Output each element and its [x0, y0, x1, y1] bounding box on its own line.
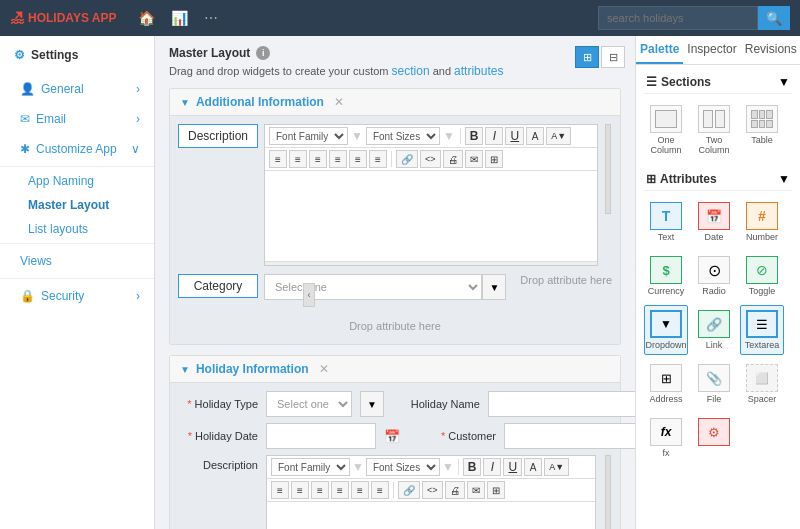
- palette-one-column[interactable]: One Column: [644, 100, 688, 160]
- rte-sep-2: [391, 151, 392, 167]
- sections-header[interactable]: ☰ Sections ▼: [644, 71, 792, 94]
- search-input[interactable]: [598, 6, 758, 30]
- color-bg-button[interactable]: A▼: [546, 127, 571, 145]
- bold-button[interactable]: B: [465, 127, 484, 145]
- list-view-button[interactable]: ⊟: [601, 46, 625, 68]
- holiday-table[interactable]: ⊞: [487, 481, 505, 499]
- section-remove-button[interactable]: ✕: [334, 95, 344, 109]
- category-select[interactable]: Select one: [264, 274, 482, 300]
- holiday-print[interactable]: 🖨: [445, 481, 465, 499]
- rte-body[interactable]: [265, 171, 597, 261]
- italic-button[interactable]: I: [485, 127, 503, 145]
- email-rte-button[interactable]: ✉: [465, 150, 483, 168]
- tab-palette-label: Palette: [640, 42, 679, 56]
- attr-settings-red[interactable]: ⚙: [692, 413, 736, 463]
- tab-revisions[interactable]: Revisions: [741, 36, 800, 64]
- attributes-link[interactable]: attributes: [454, 64, 503, 78]
- table-rte-button[interactable]: ⊞: [485, 150, 503, 168]
- rte-scrollbar[interactable]: [604, 124, 612, 214]
- calendar-icon[interactable]: 📅: [384, 429, 400, 444]
- tab-palette[interactable]: Palette: [636, 36, 683, 64]
- attr-formula[interactable]: fx fx: [644, 413, 688, 463]
- underline-button[interactable]: U: [505, 127, 524, 145]
- holiday-underline[interactable]: U: [503, 458, 522, 476]
- attributes-header[interactable]: ⊞ Attributes ▼: [644, 168, 792, 191]
- holiday-color-bg[interactable]: A▼: [544, 458, 569, 476]
- category-dropdown-arrow[interactable]: ▼: [482, 274, 506, 300]
- radio-attr-icon: ⊙: [698, 256, 730, 284]
- info-icon[interactable]: i: [256, 46, 270, 60]
- holiday-justify[interactable]: ≡: [331, 481, 349, 499]
- date-attr-icon: 📅: [698, 202, 730, 230]
- sidebar-security[interactable]: 🔒 Security ›: [0, 281, 154, 311]
- holiday-code[interactable]: <>: [422, 481, 443, 499]
- holiday-rte-body[interactable]: [267, 502, 595, 529]
- attr-address[interactable]: ⊞ Address: [644, 359, 688, 409]
- holiday-align-left[interactable]: ≡: [271, 481, 289, 499]
- holiday-date-input[interactable]: [266, 423, 376, 449]
- attr-date[interactable]: 📅 Date: [692, 197, 736, 247]
- sections-title: ☰ Sections: [646, 75, 711, 89]
- holiday-rte-scrollbar[interactable]: [604, 455, 612, 529]
- holiday-font-family[interactable]: Font Family: [271, 458, 350, 476]
- attr-radio[interactable]: ⊙ Radio: [692, 251, 736, 301]
- section-additional-info-header[interactable]: ▼ Additional Information ✕: [170, 89, 620, 116]
- sidebar-collapse-button[interactable]: ‹: [303, 283, 315, 307]
- sidebar-sub-list-layouts[interactable]: List layouts: [0, 217, 154, 241]
- holiday-bold[interactable]: B: [463, 458, 482, 476]
- font-sizes-select[interactable]: Font Sizes: [366, 127, 440, 145]
- sidebar-sub-master-layout[interactable]: Master Layout: [0, 193, 154, 217]
- attr-textarea[interactable]: ☰ Textarea: [740, 305, 784, 355]
- palette-two-column[interactable]: Two Column: [692, 100, 736, 160]
- sidebar-item-customize[interactable]: ✱ Customize App ∨: [0, 134, 154, 164]
- list-ul-button[interactable]: ≡: [349, 150, 367, 168]
- attr-spacer[interactable]: ⬜ Spacer: [740, 359, 784, 409]
- align-right-button[interactable]: ≡: [309, 150, 327, 168]
- sidebar-sub-app-naming[interactable]: App Naming: [0, 169, 154, 193]
- holiday-italic[interactable]: I: [483, 458, 501, 476]
- palette-table[interactable]: Table: [740, 100, 784, 160]
- holiday-ol[interactable]: ≡: [371, 481, 389, 499]
- holiday-email-btn[interactable]: ✉: [467, 481, 485, 499]
- font-family-select[interactable]: Font Family: [269, 127, 348, 145]
- section-link[interactable]: section: [392, 64, 430, 78]
- customer-input[interactable]: [504, 423, 635, 449]
- search-container: 🔍: [598, 6, 790, 30]
- sidebar-views[interactable]: Views: [0, 246, 154, 276]
- rte-resize-handle[interactable]: [265, 261, 597, 265]
- grid-view-button[interactable]: ⊞: [575, 46, 599, 68]
- justify-button[interactable]: ≡: [329, 150, 347, 168]
- holiday-ul[interactable]: ≡: [351, 481, 369, 499]
- holiday-name-input[interactable]: [488, 391, 635, 417]
- holiday-font-sizes[interactable]: Font Sizes: [366, 458, 440, 476]
- holiday-align-right[interactable]: ≡: [311, 481, 329, 499]
- sidebar-item-email[interactable]: ✉ Email ›: [0, 104, 154, 134]
- align-left-button[interactable]: ≡: [269, 150, 287, 168]
- holiday-align-center[interactable]: ≡: [291, 481, 309, 499]
- sidebar-item-general[interactable]: 👤 General ›: [0, 74, 154, 104]
- attr-currency[interactable]: $ Currency: [644, 251, 688, 301]
- holiday-link[interactable]: 🔗: [398, 481, 420, 499]
- attr-number[interactable]: # Number: [740, 197, 784, 247]
- attr-toggle[interactable]: ⊘ Toggle: [740, 251, 784, 301]
- chart-icon[interactable]: 📊: [167, 6, 192, 30]
- tab-inspector[interactable]: Inspector: [683, 36, 740, 64]
- link-button[interactable]: 🔗: [396, 150, 418, 168]
- search-button[interactable]: 🔍: [758, 6, 790, 30]
- more-icon[interactable]: ⋯: [200, 6, 222, 30]
- align-center-button[interactable]: ≡: [289, 150, 307, 168]
- section-holiday-remove-button[interactable]: ✕: [319, 362, 329, 376]
- list-ol-button[interactable]: ≡: [369, 150, 387, 168]
- code-button[interactable]: <>: [420, 150, 441, 168]
- attr-dropdown[interactable]: ▼ Dropdown: [644, 305, 688, 355]
- attr-text[interactable]: T Text: [644, 197, 688, 247]
- holiday-color[interactable]: A: [524, 458, 542, 476]
- section-holiday-header[interactable]: ▼ Holiday Information ✕: [170, 356, 620, 383]
- attr-link[interactable]: 🔗 Link: [692, 305, 736, 355]
- color-button[interactable]: A: [526, 127, 544, 145]
- print-button[interactable]: 🖨: [443, 150, 463, 168]
- home-icon[interactable]: 🏠: [134, 6, 159, 30]
- attr-file[interactable]: 📎 File: [692, 359, 736, 409]
- holiday-type-select[interactable]: Select one: [266, 391, 352, 417]
- holiday-type-arrow[interactable]: ▼: [360, 391, 384, 417]
